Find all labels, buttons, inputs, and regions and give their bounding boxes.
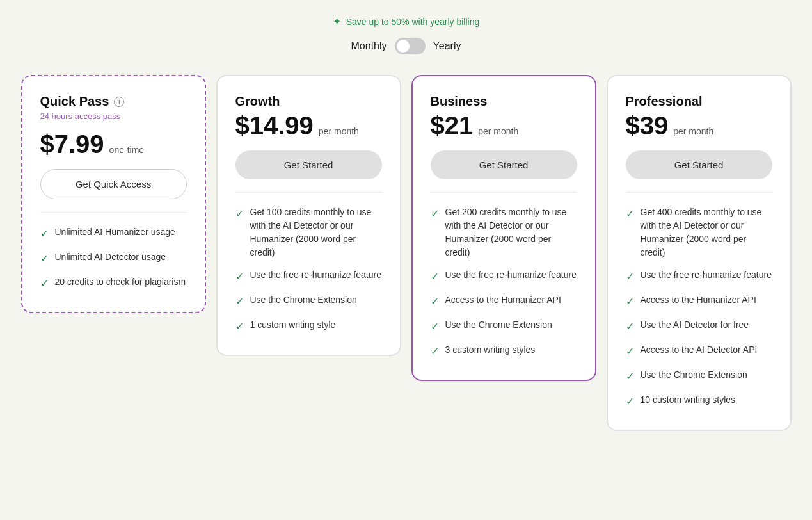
feature-text: Use the Chrome Extension <box>641 368 747 382</box>
check-icon: ✓ <box>431 319 439 334</box>
plan-title-professional: Professional <box>626 94 772 109</box>
plan-price-row-business: $21per month <box>431 111 577 140</box>
list-item: ✓Access to the Humanizer API <box>431 293 577 309</box>
list-item: ✓Get 400 credits monthly to use with the… <box>626 206 772 259</box>
plan-title-business: Business <box>431 94 577 109</box>
check-icon: ✓ <box>431 269 439 284</box>
pricing-cards: Quick Passi24 hours access pass$7.99one-… <box>16 75 797 431</box>
plan-price-professional: $39 <box>626 111 669 140</box>
plan-card-growth: Growth$14.99per monthGet Started✓Get 100… <box>216 75 401 356</box>
check-icon: ✓ <box>235 269 244 284</box>
check-icon: ✓ <box>40 276 49 291</box>
plan-price-growth: $14.99 <box>235 111 314 140</box>
plan-title-quick-pass: Quick Passi <box>40 94 187 109</box>
list-item: ✓Use the free re-humanize feature <box>235 268 382 284</box>
plan-card-quick-pass: Quick Passi24 hours access pass$7.99one-… <box>21 75 206 313</box>
list-item: ✓Unlimited AI Humanizer usage <box>40 225 187 241</box>
divider-business <box>431 192 577 193</box>
plan-period-professional: per month <box>673 126 713 136</box>
plan-title-growth: Growth <box>235 94 382 109</box>
feature-text: Access to the Humanizer API <box>445 293 561 307</box>
feature-text: Get 400 credits monthly to use with the … <box>641 206 772 259</box>
list-item: ✓Use the AI Detector for free <box>626 318 772 334</box>
check-icon: ✓ <box>235 206 244 222</box>
plan-period-quick-pass: one-time <box>109 145 144 155</box>
list-item: ✓Use the Chrome Extension <box>235 293 382 309</box>
sparkle-icon: ✦ <box>333 15 341 28</box>
list-item: ✓Get 100 credits monthly to use with the… <box>235 206 382 259</box>
cta-button-business[interactable]: Get Started <box>431 150 577 179</box>
plan-price-quick-pass: $7.99 <box>40 130 104 159</box>
yearly-label: Yearly <box>433 40 461 52</box>
divider-growth <box>235 192 382 193</box>
feature-text: Get 200 credits monthly to use with the … <box>445 206 577 259</box>
features-list-quick-pass: ✓Unlimited AI Humanizer usage✓Unlimited … <box>40 225 187 291</box>
list-item: ✓Use the Chrome Extension <box>431 318 577 334</box>
savings-text: Save up to 50% with yearly billing <box>346 17 480 27</box>
list-item: ✓Use the free re-humanize feature <box>626 268 772 284</box>
list-item: ✓Use the free re-humanize feature <box>431 268 577 284</box>
list-item: ✓20 credits to check for plagiarism <box>40 275 187 291</box>
divider-professional <box>626 192 772 193</box>
check-icon: ✓ <box>40 251 49 266</box>
feature-text: Use the Chrome Extension <box>445 318 552 332</box>
plan-price-row-quick-pass: $7.99one-time <box>40 130 187 159</box>
check-icon: ✓ <box>235 294 244 309</box>
check-icon: ✓ <box>235 319 244 334</box>
feature-text: Unlimited AI Humanizer usage <box>55 225 175 239</box>
list-item: ✓10 custom writing styles <box>626 393 772 409</box>
plan-price-business: $21 <box>431 111 474 140</box>
cta-button-growth[interactable]: Get Started <box>235 150 382 179</box>
check-icon: ✓ <box>626 206 634 222</box>
check-icon: ✓ <box>626 344 634 359</box>
plan-price-row-professional: $39per month <box>626 111 772 140</box>
plan-card-business: Business$21per monthGet Started✓Get 200 … <box>411 75 596 381</box>
features-list-growth: ✓Get 100 credits monthly to use with the… <box>235 206 382 334</box>
cta-button-quick-pass[interactable]: Get Quick Access <box>40 169 187 199</box>
list-item: ✓Get 200 credits monthly to use with the… <box>431 206 577 259</box>
list-item: ✓3 custom writing styles <box>431 343 577 359</box>
feature-text: Use the free re-humanize feature <box>641 268 772 282</box>
feature-text: 3 custom writing styles <box>445 343 536 357</box>
divider-quick-pass <box>40 212 187 213</box>
plan-subtitle-quick-pass: 24 hours access pass <box>40 111 187 121</box>
plan-price-row-growth: $14.99per month <box>235 111 382 140</box>
savings-banner: ✦ Save up to 50% with yearly billing <box>333 15 480 28</box>
feature-text: Use the free re-humanize feature <box>250 268 381 282</box>
feature-text: Use the free re-humanize feature <box>445 268 577 282</box>
feature-text: 1 custom writing style <box>250 318 336 332</box>
feature-text: Unlimited AI Detector usage <box>55 250 166 264</box>
check-icon: ✓ <box>40 226 49 241</box>
feature-text: Use the Chrome Extension <box>250 293 357 307</box>
feature-text: 10 custom writing styles <box>641 393 736 407</box>
features-list-business: ✓Get 200 credits monthly to use with the… <box>431 206 577 359</box>
feature-text: Get 100 credits monthly to use with the … <box>250 206 382 259</box>
check-icon: ✓ <box>626 394 634 409</box>
check-icon: ✓ <box>431 206 439 222</box>
feature-text: Use the AI Detector for free <box>641 318 749 332</box>
plan-period-business: per month <box>478 126 518 136</box>
plan-period-growth: per month <box>319 126 359 136</box>
list-item: ✓Access to the AI Detector API <box>626 343 772 359</box>
info-icon[interactable]: i <box>114 97 124 107</box>
feature-text: Access to the Humanizer API <box>641 293 756 307</box>
features-list-professional: ✓Get 400 credits monthly to use with the… <box>626 206 772 409</box>
monthly-label: Monthly <box>351 40 387 52</box>
check-icon: ✓ <box>626 369 634 384</box>
check-icon: ✓ <box>626 319 634 334</box>
list-item: ✓Use the Chrome Extension <box>626 368 772 384</box>
check-icon: ✓ <box>431 344 439 359</box>
billing-toggle-row: Monthly Yearly <box>351 38 461 54</box>
check-icon: ✓ <box>431 294 439 309</box>
billing-toggle-switch[interactable] <box>395 38 426 54</box>
plan-card-professional: Professional$39per monthGet Started✓Get … <box>607 75 792 431</box>
list-item: ✓Access to the Humanizer API <box>626 293 772 309</box>
list-item: ✓Unlimited AI Detector usage <box>40 250 187 266</box>
check-icon: ✓ <box>626 294 634 309</box>
feature-text: 20 credits to check for plagiarism <box>55 275 186 289</box>
cta-button-professional[interactable]: Get Started <box>626 150 772 179</box>
feature-text: Access to the AI Detector API <box>641 343 758 357</box>
check-icon: ✓ <box>626 269 634 284</box>
list-item: ✓1 custom writing style <box>235 318 382 334</box>
